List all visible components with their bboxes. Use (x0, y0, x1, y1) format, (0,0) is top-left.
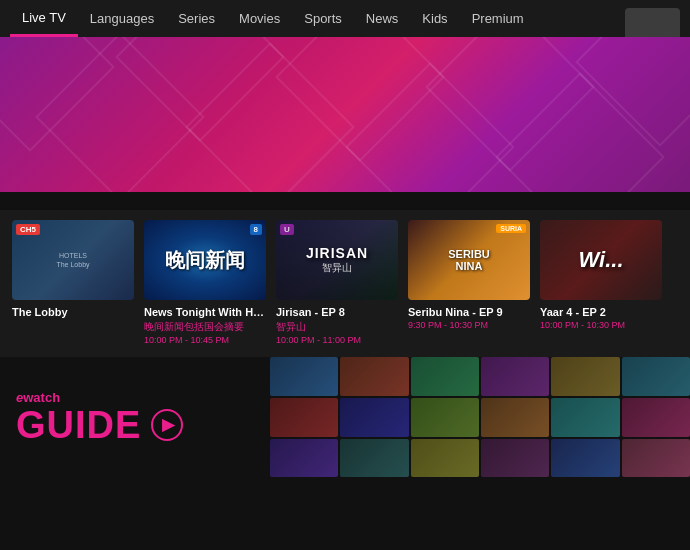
mosaic-cell-14 (340, 439, 408, 478)
thumb-inner-nina: SURIA SERIBUNINA (408, 220, 530, 300)
mosaic-cell-12 (622, 398, 690, 437)
mosaic-cell-17 (551, 439, 619, 478)
nav-item-sports[interactable]: Sports (292, 0, 354, 37)
mosaic-cell-6 (622, 357, 690, 396)
thumb-cjk-news: 晚间新闻 (165, 247, 245, 274)
guide-arrow-button[interactable]: ▶ (151, 409, 183, 441)
mosaic-cell-9 (411, 398, 479, 437)
mosaic-grid (270, 357, 690, 477)
mosaic-cell-10 (481, 398, 549, 437)
card-title-yaar: Yaar 4 - EP 2 (540, 305, 662, 319)
nav-item-livetv[interactable]: Live TV (10, 0, 78, 37)
card-title-jirisan: Jirisan - EP 8 (276, 305, 398, 319)
mosaic-cell-3 (411, 357, 479, 396)
nav-item-languages[interactable]: Languages (78, 0, 166, 37)
card-subtitle-jirisan: 智异山 (276, 320, 398, 334)
card-hotels[interactable]: CH5 HOTELSThe Lobby The Lobby (12, 220, 134, 345)
card-thumb-hotels: CH5 HOTELSThe Lobby (12, 220, 134, 300)
mosaic-cell-2 (340, 357, 408, 396)
card-jirisan[interactable]: U JIRISAN 智异山 Jirisan - EP 8 智异山 10:00 P… (276, 220, 398, 345)
card-subtitle-news: 晚间新闻包括国会摘要 (144, 320, 266, 334)
mosaic-cell-11 (551, 398, 619, 437)
nav-item-news[interactable]: News (354, 0, 411, 37)
card-title-news: News Tonight With Highlights From Pa... (144, 305, 266, 319)
hero-pattern (0, 37, 690, 192)
tv-guide-section: ewatch GUIDE ▶ (0, 357, 690, 477)
mosaic-cell-18 (622, 439, 690, 478)
navbar: Live TV Languages Series Movies Sports N… (0, 0, 690, 37)
card-time-news: 10:00 PM - 10:45 PM (144, 335, 266, 345)
thumb-inner-yaar: Wi... (540, 220, 662, 300)
guide-brand: ewatch (16, 391, 270, 404)
content-section: CH5 HOTELSThe Lobby The Lobby 8 晚间新闻 New… (0, 210, 690, 357)
nav-item-kids[interactable]: Kids (410, 0, 459, 37)
card-thumb-jirisan: U JIRISAN 智异山 (276, 220, 398, 300)
guide-overlay: ewatch GUIDE ▶ (0, 357, 270, 477)
thumb-inner-jirisan: U JIRISAN 智异山 (276, 220, 398, 300)
guide-title: GUIDE ▶ (16, 406, 270, 444)
mosaic-cell-15 (411, 439, 479, 478)
mosaic-cell-8 (340, 398, 408, 437)
channel-badge-hotels: CH5 (16, 224, 40, 235)
card-title-hotels: The Lobby (12, 305, 134, 319)
thumb-inner-news: 8 晚间新闻 (144, 220, 266, 300)
card-thumb-nina: SURIA SERIBUNINA (408, 220, 530, 300)
channel-badge-news: 8 (250, 224, 262, 235)
card-time-yaar: 10:00 PM - 10:30 PM (540, 320, 662, 330)
card-time-jirisan: 10:00 PM - 11:00 PM (276, 335, 398, 345)
mosaic-cell-5 (551, 357, 619, 396)
card-news[interactable]: 8 晚间新闻 News Tonight With Highlights From… (144, 220, 266, 345)
nav-item-movies[interactable]: Movies (227, 0, 292, 37)
separator (0, 192, 690, 210)
thumb-text-nina: SERIBUNINA (444, 248, 494, 272)
thumb-text-jirisan: JIRISAN (306, 245, 368, 261)
thumb-hotel-label: HOTELSThe Lobby (56, 251, 89, 269)
thumb-cjk-jirisan: 智异山 (322, 261, 352, 275)
channel-badge-nina: SURIA (496, 224, 526, 233)
cards-row: CH5 HOTELSThe Lobby The Lobby 8 晚间新闻 New… (12, 220, 690, 345)
mosaic-cell-16 (481, 439, 549, 478)
hero-banner (0, 37, 690, 192)
thumb-inner-hotels: CH5 HOTELSThe Lobby (12, 220, 134, 300)
nav-item-series[interactable]: Series (166, 0, 227, 37)
mosaic-cell-4 (481, 357, 549, 396)
card-title-nina: Seribu Nina - EP 9 (408, 305, 530, 319)
card-thumb-news: 8 晚间新闻 (144, 220, 266, 300)
card-thumb-yaar: Wi... (540, 220, 662, 300)
card-time-nina: 9:30 PM - 10:30 PM (408, 320, 530, 330)
nav-item-premium[interactable]: Premium (460, 0, 536, 37)
thumb-text-yaar: Wi... (578, 247, 623, 273)
card-nina[interactable]: SURIA SERIBUNINA Seribu Nina - EP 9 9:30… (408, 220, 530, 345)
card-yaar[interactable]: Wi... Yaar 4 - EP 2 10:00 PM - 10:30 PM (540, 220, 662, 345)
